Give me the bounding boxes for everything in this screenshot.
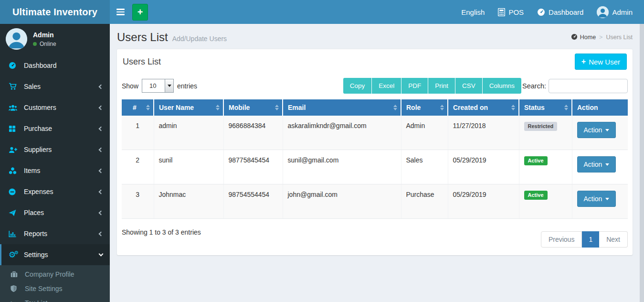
sidebar-user-panel: Admin Online xyxy=(0,24,110,55)
sort-icon xyxy=(564,105,568,110)
sidebar-item-company-profile[interactable]: Company Profile xyxy=(0,267,110,281)
breadcrumb-current: Users List xyxy=(606,34,633,41)
sidebar-item-settings[interactable]: ⚙⚙ Settings xyxy=(0,244,110,265)
page-subtitle: Add/Update Users xyxy=(172,35,227,43)
sidebar-item-suppliers[interactable]: Suppliers xyxy=(0,139,110,160)
action-button[interactable]: Action xyxy=(577,156,616,173)
scrollbar[interactable] xyxy=(640,24,644,302)
shield-icon xyxy=(11,285,22,292)
hamburger-icon xyxy=(116,9,125,10)
export-button-group: Copy Excel PDF Print CSV Columns xyxy=(343,78,521,94)
chevron-left-icon xyxy=(99,231,104,236)
scissors-icon: ✂ xyxy=(11,299,22,302)
page-length-control: Show 10 entries xyxy=(122,79,197,93)
sidebar-item-sales[interactable]: Sales xyxy=(0,76,110,97)
status-badge: Active xyxy=(524,191,548,200)
sidebar-toggle-button[interactable] xyxy=(110,0,131,24)
cart-icon xyxy=(9,83,20,90)
dashboard-icon xyxy=(537,8,545,16)
pagination-previous[interactable]: Previous xyxy=(541,231,582,248)
table-row: 3 Johnmac 98754554454 john@gmail.com Pur… xyxy=(122,184,628,219)
nav-language-label: English xyxy=(461,8,485,16)
action-button[interactable]: Action xyxy=(577,122,616,138)
page-title: Users List Add/Update Users xyxy=(117,31,227,44)
status-badge: Active xyxy=(524,156,548,165)
new-user-button[interactable]: + New User xyxy=(575,54,627,70)
nav-pos[interactable]: POS xyxy=(491,0,530,24)
settings-submenu: Company Profile Site Settings ✂ Tax List xyxy=(0,265,110,302)
sidebar-item-customers[interactable]: Customers xyxy=(0,97,110,118)
sidebar-item-site-settings[interactable]: Site Settings xyxy=(0,281,110,296)
chevron-left-icon xyxy=(99,126,104,131)
bar-chart-icon xyxy=(9,230,20,237)
caret-down-icon xyxy=(605,198,609,200)
minus-circle-icon xyxy=(9,188,20,195)
chevron-left-icon xyxy=(99,210,104,215)
nav-pos-label: POS xyxy=(508,8,524,16)
caret-down-icon xyxy=(605,163,609,166)
nav-user-menu[interactable]: Admin xyxy=(590,0,639,24)
column-header-status[interactable]: Status xyxy=(519,99,572,116)
entries-label: entries xyxy=(177,82,197,90)
sidebar-item-items[interactable]: Items xyxy=(0,160,110,181)
home-icon xyxy=(571,33,578,42)
nav-dashboard[interactable]: Dashboard xyxy=(530,0,590,24)
sort-icon xyxy=(511,105,515,110)
top-navbar: Ultimate Inventory + English POS Dashboa… xyxy=(0,0,644,24)
chevron-down-icon xyxy=(99,252,104,257)
grid-icon xyxy=(9,125,20,132)
column-header-username[interactable]: User Name xyxy=(154,99,223,116)
sort-icon xyxy=(275,105,279,110)
nav-language[interactable]: English xyxy=(454,0,491,24)
box-title: Users List xyxy=(123,57,161,67)
action-button[interactable]: Action xyxy=(577,191,616,207)
column-header-created[interactable]: Created on xyxy=(448,99,519,116)
status-badge: Restricted xyxy=(524,122,558,131)
search-input[interactable] xyxy=(549,79,628,93)
columns-button[interactable]: Columns xyxy=(483,78,521,94)
caret-down-icon xyxy=(605,129,609,131)
column-header-email[interactable]: Email xyxy=(283,99,401,116)
nav-dashboard-label: Dashboard xyxy=(549,8,583,16)
print-button[interactable]: Print xyxy=(428,78,455,94)
gears-icon: ⚙⚙ xyxy=(9,251,20,259)
table-info: Showing 1 to 3 of 3 entries xyxy=(122,226,201,236)
dashboard-icon xyxy=(9,62,20,69)
excel-button[interactable]: Excel xyxy=(372,78,401,94)
sidebar-user-name: Admin xyxy=(33,31,56,39)
sidebar-item-places[interactable]: Places xyxy=(0,202,110,223)
sidebar-item-dashboard[interactable]: Dashboard xyxy=(0,55,110,76)
sidebar-user-status: Online xyxy=(33,41,56,47)
sidebar-item-tax-list[interactable]: ✂ Tax List xyxy=(0,296,110,302)
copy-button[interactable]: Copy xyxy=(343,78,372,94)
select-arrow-icon xyxy=(165,79,173,92)
avatar xyxy=(6,28,27,50)
pdf-button[interactable]: PDF xyxy=(401,78,428,94)
breadcrumb-home[interactable]: Home xyxy=(571,33,596,42)
sidebar-item-purchase[interactable]: Purchase xyxy=(0,118,110,139)
briefcase-icon xyxy=(11,271,22,278)
avatar xyxy=(597,6,609,18)
online-status-dot xyxy=(33,42,37,46)
column-header-num[interactable]: # xyxy=(122,99,154,116)
csv-button[interactable]: CSV xyxy=(455,78,483,94)
column-header-mobile[interactable]: Mobile xyxy=(223,99,283,116)
breadcrumb-separator: > xyxy=(599,34,602,41)
sidebar-item-reports[interactable]: Reports xyxy=(0,223,110,244)
user-plus-icon xyxy=(9,146,20,153)
search-label: Search: xyxy=(522,82,546,90)
users-icon xyxy=(9,104,20,111)
calculator-icon xyxy=(498,8,505,16)
quick-add-button[interactable]: + xyxy=(132,4,148,21)
column-header-action: Action xyxy=(572,99,628,116)
sort-icon xyxy=(393,105,397,110)
app-logo[interactable]: Ultimate Inventory xyxy=(0,0,110,24)
cubes-icon xyxy=(9,167,20,174)
pagination-page-1[interactable]: 1 xyxy=(582,231,599,248)
users-list-box: Users List + New User Show 10 entries xyxy=(117,49,633,255)
page-length-select[interactable]: 10 xyxy=(142,79,174,93)
table-row: 2 sunil 98775845454 sunil@gmail.com Sale… xyxy=(122,150,628,184)
sidebar-item-expenses[interactable]: Expenses xyxy=(0,181,110,202)
column-header-role[interactable]: Role xyxy=(401,99,448,116)
pagination-next[interactable]: Next xyxy=(599,231,628,248)
